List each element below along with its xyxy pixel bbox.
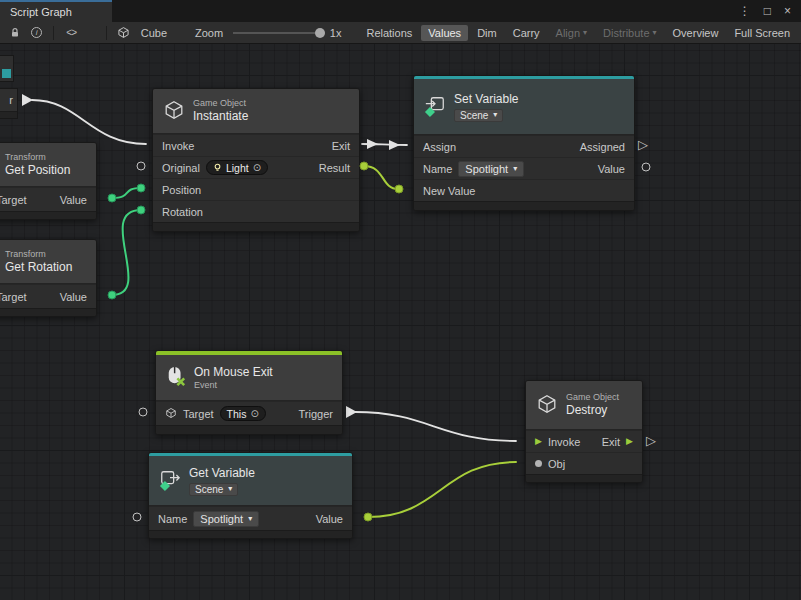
port-label-assigned: Assigned [580, 141, 625, 153]
toolbar-button-fullscreen[interactable]: Full Screen [727, 25, 797, 41]
node-footer [526, 474, 642, 482]
node-set-variable[interactable]: Set Variable Scene ▾ Assign Assigned Nam… [413, 75, 635, 211]
port-label-target: Target [0, 194, 27, 206]
wire-trigger-to-invoke[interactable] [355, 412, 516, 441]
wire-getvariable-to-obj[interactable] [368, 462, 516, 517]
variable-name-dropdown[interactable]: Spotlight ▾ [458, 161, 524, 177]
node-footer [0, 211, 96, 219]
wire-layer [0, 44, 801, 600]
node-on-mouse-exit[interactable]: On Mouse Exit Event Target This ⊙ Trigge… [155, 350, 343, 435]
wire-getrotation-to-rotation[interactable] [112, 210, 141, 295]
tab-bar: Script Graph ⋮ □ × [0, 0, 801, 22]
variable-scope-dropdown[interactable]: Scene ▾ [454, 109, 503, 122]
variable-name-value: Spotlight [465, 163, 508, 175]
port-getvariable-name-input[interactable] [133, 513, 142, 522]
tab-label: Script Graph [10, 6, 72, 18]
flow-output-arrow[interactable] [346, 406, 357, 418]
node-footer [414, 201, 634, 210]
scope-label: Scene [460, 110, 488, 121]
menu-icon[interactable]: ⋮ [739, 4, 751, 18]
node-fragment-top[interactable] [0, 55, 14, 82]
port-original-input[interactable] [137, 162, 146, 171]
object-picker-icon[interactable]: ⊙ [253, 163, 261, 173]
wire-start-to-invoke[interactable] [32, 100, 146, 144]
toolbar-button-distribute[interactable]: Distribute ▾ [596, 25, 663, 41]
graph-target-label[interactable]: Cube [141, 27, 167, 39]
graph-canvas[interactable]: r Transform Get Position Target Value T [0, 44, 801, 600]
node-instantiate[interactable]: Game Object Instantiate Invoke Exit Orig… [152, 88, 360, 232]
node-fragment-left[interactable]: r [0, 88, 18, 119]
object-field-this[interactable]: This ⊙ [220, 406, 266, 421]
port-destroy-exit-triangle[interactable]: ▷ [646, 434, 656, 447]
zoom-slider-track[interactable] [233, 32, 325, 34]
node-destroy[interactable]: Game Object Destroy ▶ Invoke Exit ▶ Obj [525, 380, 643, 483]
toolbar-button-values[interactable]: Values [421, 25, 468, 41]
node-title: Get Variable [189, 466, 255, 481]
port-assigned-output-triangle[interactable]: ▷ [638, 138, 648, 151]
port-rotation-input[interactable] [137, 206, 146, 215]
port-result-output[interactable] [360, 162, 369, 171]
node-title: Get Position [5, 163, 70, 178]
port-getrotation-value-output[interactable] [108, 291, 117, 300]
node-category: Transform [5, 152, 70, 163]
toolbar-button-align[interactable]: Align ▾ [549, 25, 594, 41]
variable-scope-dropdown[interactable]: Scene ▾ [189, 483, 238, 496]
node-header: Transform Get Rotation [0, 240, 96, 284]
port-setvariable-value-output[interactable] [642, 163, 651, 172]
port-getvariable-value-output[interactable] [364, 513, 373, 522]
port-label-name: Name [423, 163, 452, 175]
port-position-input[interactable] [137, 184, 146, 193]
variable-name-dropdown[interactable]: Spotlight ▾ [193, 511, 259, 527]
node-get-position[interactable]: Transform Get Position Target Value [0, 142, 97, 220]
tab-script-graph[interactable]: Script Graph [0, 0, 112, 22]
port-row: Position [153, 178, 359, 200]
code-icon[interactable]: <> [60, 24, 82, 42]
port-getposition-value-output[interactable] [108, 194, 117, 203]
port-label-value: Value [60, 291, 87, 303]
maximize-icon[interactable]: □ [764, 4, 771, 18]
port-newvalue-input[interactable] [395, 185, 404, 194]
object-field-value: Light [226, 162, 249, 174]
toolbar-button-dim[interactable]: Dim [470, 25, 504, 41]
node-get-variable[interactable]: Get Variable Scene ▾ Name Spotlight ▾ Va… [148, 452, 353, 539]
object-picker-icon[interactable]: ⊙ [250, 409, 258, 419]
port-row: Obj [526, 452, 642, 474]
node-category: Transform [5, 249, 72, 260]
info-icon[interactable]: i [26, 24, 48, 42]
node-title: Get Rotation [5, 260, 72, 275]
node-footer [149, 530, 352, 538]
variable-name-value: Spotlight [200, 513, 243, 525]
node-header: Set Variable Scene ▾ [414, 79, 634, 135]
close-icon[interactable]: × [784, 4, 791, 18]
window-controls: ⋮ □ × [739, 0, 801, 22]
port-label-value: Value [598, 163, 625, 175]
zoom-slider-thumb[interactable] [315, 28, 325, 38]
zoom-slider[interactable] [233, 24, 324, 42]
port-label-result: Result [319, 162, 350, 174]
node-header: Get Variable Scene ▾ [149, 456, 352, 506]
fragment-label: r [9, 94, 13, 106]
toolbar-buttons: Relations Values Dim Carry Align ▾ Distr… [359, 25, 797, 41]
lock-icon[interactable] [4, 24, 26, 42]
toolbar-button-relations[interactable]: Relations [359, 25, 419, 41]
light-icon [213, 163, 222, 172]
obj-port-dot[interactable] [535, 460, 542, 467]
object-field-light[interactable]: Light ⊙ [206, 160, 268, 175]
set-variable-icon [424, 95, 446, 119]
cube-icon [165, 407, 177, 421]
mouse-exit-icon [166, 365, 186, 390]
toolbar-button-carry[interactable]: Carry [506, 25, 547, 41]
port-row: Assign Assigned [414, 135, 634, 157]
flow-output-arrow[interactable] [22, 94, 33, 106]
wire-result-to-newvalue[interactable] [364, 166, 398, 189]
node-get-rotation[interactable]: Transform Get Rotation Target Value [0, 239, 97, 317]
chevron-down-icon: ▾ [653, 29, 657, 37]
flow-input-arrow[interactable] [389, 140, 400, 150]
node-category: Game Object [566, 392, 619, 403]
port-mouse-target-input[interactable] [139, 408, 148, 417]
node-footer [0, 308, 96, 316]
flow-input-arrow[interactable]: ▶ [535, 437, 542, 446]
toolbar-button-overview[interactable]: Overview [666, 25, 726, 41]
flow-output-arrow[interactable]: ▶ [626, 437, 633, 446]
flow-output-arrow[interactable] [367, 139, 378, 149]
